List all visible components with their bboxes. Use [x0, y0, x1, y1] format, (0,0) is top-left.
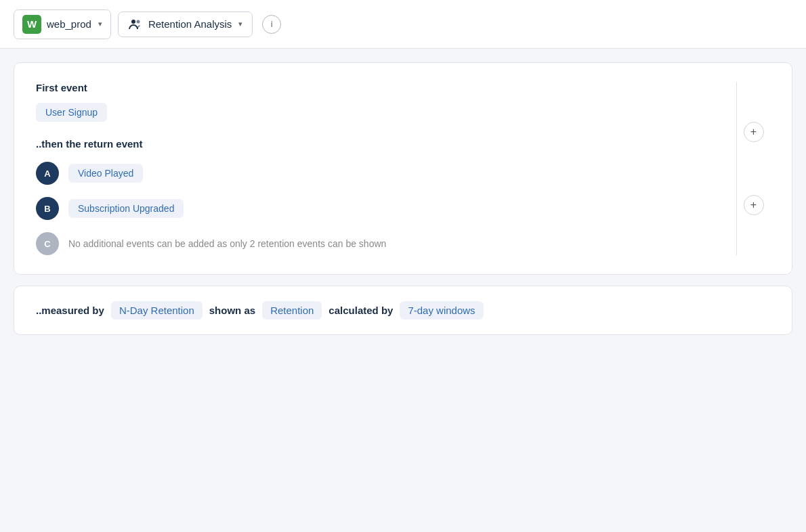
- analysis-chevron-icon: ▾: [238, 20, 242, 28]
- measured-by-label: ..measured by: [36, 305, 104, 316]
- badge-b: B: [36, 197, 59, 220]
- project-icon: W: [22, 15, 41, 34]
- project-selector[interactable]: W web_prod ▾: [14, 9, 111, 39]
- measurement-card: ..measured by N-Day Retention shown as R…: [14, 286, 792, 335]
- measured-by-value[interactable]: N-Day Retention: [111, 301, 203, 319]
- return-events-list: A Video Played B Subscription Upgraded C: [36, 162, 736, 255]
- first-event-label: First event: [36, 82, 736, 93]
- calculated-by-value[interactable]: 7-day windows: [400, 301, 483, 319]
- return-event-label: ..then the return event: [36, 138, 736, 150]
- side-add-button-1[interactable]: +: [744, 122, 764, 142]
- first-event-tag[interactable]: User Signup: [36, 103, 107, 122]
- badge-a: A: [36, 162, 59, 185]
- shown-as-label: shown as: [209, 305, 255, 316]
- calculated-by-label: calculated by: [328, 305, 393, 316]
- card-side: + +: [736, 82, 770, 255]
- analysis-icon-wrapper: [128, 17, 143, 32]
- info-button[interactable]: i: [262, 15, 281, 34]
- svg-point-0: [131, 20, 135, 24]
- event-name-b[interactable]: Subscription Upgraded: [68, 199, 184, 218]
- return-event-item-c: C No additional events can be added as o…: [36, 232, 736, 255]
- svg-point-1: [136, 20, 140, 23]
- main-content: First event User Signup ..then the retur…: [0, 49, 806, 335]
- top-bar: W web_prod ▾ Retention Analysis ▾ i: [0, 0, 806, 49]
- project-chevron-icon: ▾: [98, 20, 102, 28]
- events-card-main: First event User Signup ..then the retur…: [36, 82, 736, 255]
- retention-analysis-icon: [128, 17, 143, 32]
- return-event-item-a: A Video Played: [36, 162, 736, 185]
- project-name: web_prod: [47, 18, 91, 30]
- side-add-button-2[interactable]: +: [744, 195, 764, 215]
- analysis-selector[interactable]: Retention Analysis ▾: [118, 12, 253, 37]
- return-event-item-b: B Subscription Upgraded: [36, 197, 736, 220]
- event-name-a[interactable]: Video Played: [68, 164, 143, 183]
- events-card: First event User Signup ..then the retur…: [14, 62, 792, 275]
- shown-as-value[interactable]: Retention: [262, 301, 322, 319]
- badge-c: C: [36, 232, 59, 255]
- analysis-name: Retention Analysis: [148, 18, 232, 30]
- event-disabled-text: No additional events can be added as onl…: [68, 238, 386, 249]
